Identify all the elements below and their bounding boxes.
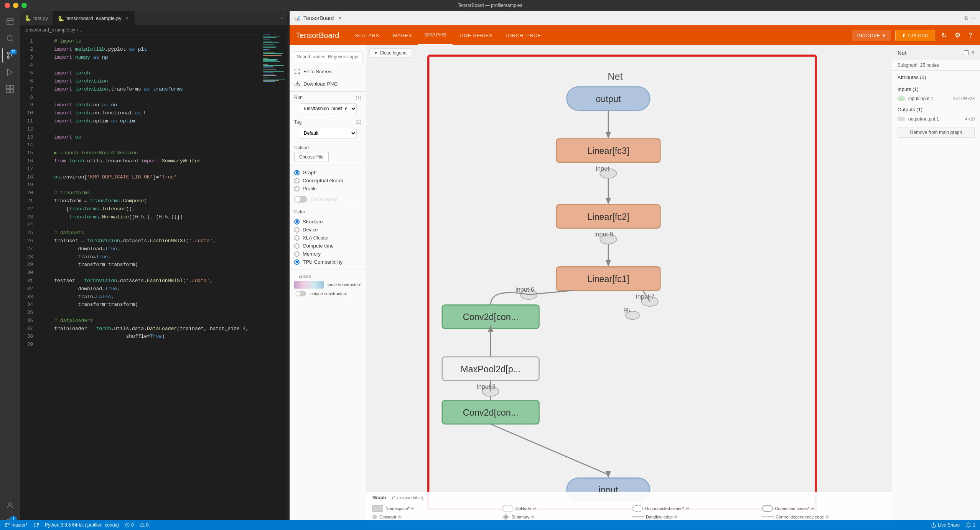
statusbar-sync[interactable] xyxy=(33,522,39,528)
run-select[interactable]: runs/fashion_mnist_e xyxy=(299,103,357,114)
legend-dataflow-label: Dataflow edge ♾ xyxy=(646,515,678,520)
activity-run-icon[interactable] xyxy=(2,64,18,80)
color-compute[interactable]: Compute time xyxy=(290,242,366,250)
color-tpu[interactable]: TPU Compatibility xyxy=(290,258,366,266)
sidebar-divider-5 xyxy=(290,269,366,269)
download-png-button[interactable]: Download PNG xyxy=(290,78,366,90)
minimap-visual xyxy=(263,35,287,530)
remove-from-main-graph-button[interactable]: Remove from main graph xyxy=(898,127,975,138)
color-structure-label: Structure xyxy=(303,219,323,225)
code-token: (( xyxy=(129,214,135,220)
code-token: ( xyxy=(183,278,186,284)
code-token: nn xyxy=(108,102,117,108)
tb-inactive-label: INACTIVE xyxy=(857,33,880,38)
tab-tensorboard-example[interactable]: 🐍 tensorboard_example.py × xyxy=(53,11,135,25)
error-icon xyxy=(125,523,130,527)
color-tpu-label: TPU Compatibility xyxy=(303,259,343,265)
code-token: SummaryWriter xyxy=(159,158,201,164)
code-token: F xyxy=(141,110,147,116)
tb-nav-time-series[interactable]: TIME SERIES xyxy=(453,25,499,45)
statusbar-live-share[interactable]: Live Share xyxy=(931,522,960,528)
tb-refresh-icon[interactable]: ↻ xyxy=(940,30,949,41)
tb-nav-scalars[interactable]: SCALARS xyxy=(348,25,385,45)
code-token: './data' xyxy=(189,238,212,244)
statusbar: master* Python 3.8.5 64-bit ('profiler':… xyxy=(0,520,980,530)
color-memory[interactable]: Memory xyxy=(290,250,366,258)
tb-more-icon[interactable]: ··· xyxy=(971,15,975,21)
radio-conceptual-graph[interactable]: Conceptual Graph xyxy=(290,177,366,185)
tb-window-close-button[interactable]: × xyxy=(338,15,341,21)
code-line xyxy=(42,165,263,173)
activity-search-icon[interactable] xyxy=(2,31,18,46)
statusbar-notifications[interactable]: 1 xyxy=(966,522,975,528)
output-size: 4×10 xyxy=(965,117,975,121)
graph-svg[interactable]: Net output Linear[fc3] xyxy=(366,45,892,530)
line-number: 26 xyxy=(20,237,33,245)
activity-user-icon[interactable] xyxy=(2,498,18,513)
code-token: transforms xyxy=(90,198,120,204)
tb-nav-images[interactable]: IMAGES xyxy=(385,25,418,45)
color-device[interactable]: Device xyxy=(290,226,366,234)
subgraph-checkbox[interactable] xyxy=(964,50,969,55)
close-button[interactable] xyxy=(5,3,10,8)
tb-split-icon[interactable]: ⧉ xyxy=(965,15,968,21)
code-line: ▶ Launch TensorBoard Session xyxy=(42,149,263,157)
code-token: optim xyxy=(117,118,135,124)
tabs-more-button[interactable]: ··· xyxy=(275,15,287,21)
unique-substructure-row: unique substructure xyxy=(294,290,361,297)
color-xla-indicator xyxy=(294,235,300,241)
trace-inputs-toggle[interactable] xyxy=(294,196,307,203)
code-token: transforms xyxy=(150,86,183,92)
activity-source-control-icon[interactable]: 70 xyxy=(2,48,18,63)
same-substructure-label: same substructure xyxy=(327,282,361,287)
legend-unconnected-label: Unconnected series* ♾ xyxy=(645,506,689,511)
code-editor[interactable]: # imports import matplotlib.pyplot as pl… xyxy=(39,35,263,530)
statusbar-warnings[interactable]: 0 xyxy=(140,522,149,528)
code-line xyxy=(42,309,263,317)
tag-select[interactable]: Default xyxy=(299,128,357,139)
legend-opnode-label: OpNode ♾ xyxy=(516,506,536,511)
choose-file-button[interactable]: Choose File xyxy=(294,152,329,162)
unique-substructure-toggle[interactable] xyxy=(295,291,306,296)
tb-right-close-icon[interactable]: × xyxy=(971,49,975,56)
tab-test-py[interactable]: 🐍 test.py xyxy=(20,11,53,25)
fit-to-screen-button[interactable]: Fit to Screen xyxy=(290,65,366,78)
maximize-button[interactable] xyxy=(21,3,27,8)
tb-settings-icon[interactable]: ⚙ xyxy=(953,30,962,41)
close-legend-button[interactable]: ▼ Close legend. xyxy=(369,48,412,58)
color-structure-indicator xyxy=(294,219,300,225)
tensorboard-panel: 📊 TensorBoard × ⧉ ··· TensorBoard SCALAR… xyxy=(290,11,980,530)
colors-sublabel: colors xyxy=(294,272,361,281)
statusbar-branch[interactable]: master* xyxy=(5,522,27,528)
statusbar-errors[interactable]: 0 xyxy=(125,522,134,528)
svg-rect-8 xyxy=(10,89,13,92)
minimize-button[interactable] xyxy=(13,3,18,8)
activity-explorer-icon[interactable] xyxy=(2,14,18,29)
line-number: 25 xyxy=(20,229,33,237)
notification-icon xyxy=(966,522,971,528)
tb-search xyxy=(293,51,363,62)
activity-extensions-icon[interactable] xyxy=(2,81,18,97)
statusbar-python[interactable]: Python 3.8.5 64-bit ('profiler': conda) xyxy=(45,522,119,528)
code-token xyxy=(42,214,69,220)
minimap xyxy=(263,35,287,530)
tab-close-icon[interactable]: × xyxy=(124,15,130,21)
code-line: import torch.optim as optim xyxy=(42,117,263,125)
color-label: Color xyxy=(290,208,366,216)
upload-section: Upload Choose File xyxy=(290,144,366,163)
tb-nav-torch-prof[interactable]: TORCH_PROF xyxy=(499,25,547,45)
radio-graph[interactable]: Graph xyxy=(290,168,366,177)
color-xla[interactable]: XLA Cluster xyxy=(290,234,366,242)
tb-nav-graphs[interactable]: GRAPHS xyxy=(418,25,453,45)
code-token: [ xyxy=(42,206,69,212)
color-structure[interactable]: Structure xyxy=(290,218,366,226)
search-input[interactable] xyxy=(293,51,363,62)
code-token: .transforms xyxy=(108,86,144,92)
tb-upload-button[interactable]: ⬆ UPLOAD xyxy=(895,30,935,41)
tb-help-icon[interactable]: ? xyxy=(967,30,974,41)
line-number: 22 xyxy=(20,205,33,213)
radio-profile[interactable]: Profile xyxy=(290,185,366,193)
legend-summary-shape: M xyxy=(502,513,509,520)
tb-inactive-dropdown[interactable]: INACTIVE ▾ xyxy=(852,30,891,41)
trace-inputs-label: Trace inputs xyxy=(310,196,338,202)
